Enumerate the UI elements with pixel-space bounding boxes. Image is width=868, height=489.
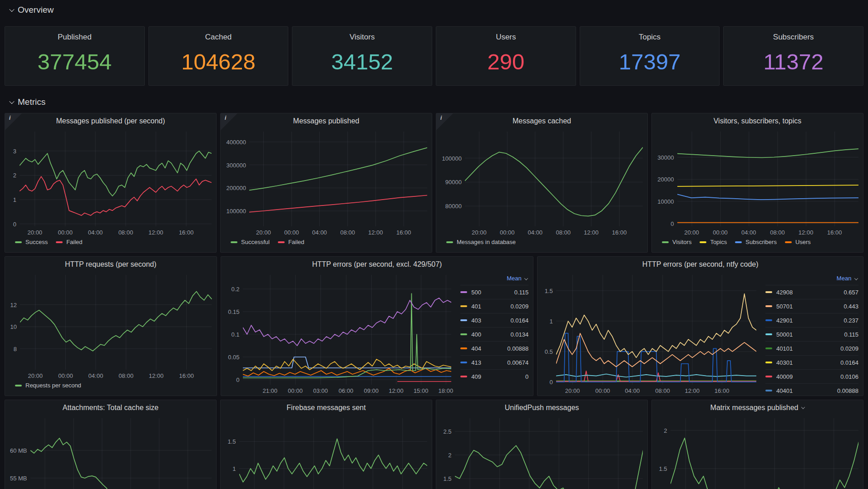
y-tick-label: 0 [550,378,553,385]
legend-series-name: 403 [471,317,481,324]
x-tick-label: 08:00 [556,229,571,236]
x-tick-label: 20:00 [472,229,487,236]
legend-label: Requests per second [25,382,81,389]
panel-title[interactable]: HTTP errors (per second, excl. 429/507) [221,257,533,272]
legend-row[interactable]: 404010.00888 [765,383,858,396]
plot-column: 20:0000:0004:0008:0012:0016:00 [20,275,212,381]
y-tick-label: 12 [10,301,17,308]
panel-title[interactable]: Messages published (per second) [5,113,216,129]
legend-row[interactable]: 403010.0164 [765,355,858,369]
legend-item[interactable]: Failed [278,239,304,245]
stat-panel-users: Users290 [436,26,576,86]
stat-value: 104628 [181,42,256,85]
x-tick-label: 00:00 [500,229,515,236]
legend-row[interactable]: 429010.237 [765,313,858,327]
y-tick-label: 20000 [657,176,674,183]
panel-title-text: HTTP requests (per second) [65,260,157,269]
panel-title-text: Visitors, subscribers, topics [714,117,802,125]
section-title-metrics: Metrics [18,97,45,107]
stat-title[interactable]: Subscribers [773,33,814,42]
y-axis: 0.511.5 [223,418,239,489]
legend-row[interactable]: 400090.0106 [765,369,858,383]
x-tick-label: 04:00 [88,229,103,236]
y-axis: 00.050.10.150.2 [224,275,243,385]
legend-row[interactable]: 4010.0209 [460,299,528,313]
y-tick-label: 0 [671,220,674,227]
legend-mean-header[interactable]: Mean [765,274,858,285]
stat-panel-cached: Cached104628 [148,26,289,86]
legend-item[interactable]: Successful [231,239,270,245]
y-tick-label: 1.5 [545,287,553,294]
legend-row[interactable]: 5000.115 [460,285,528,299]
chart-area: 55 MB60 MB [8,418,212,489]
panel-title[interactable]: Messages published [221,113,432,129]
section-header-overview[interactable]: Overview [5,3,863,17]
legend-row[interactable]: 401010.0209 [765,341,858,355]
legend-series-name: 40009 [776,373,793,380]
chart-mid: 800009000010000020:0000:0004:0008:0012:0… [436,129,647,252]
chevron-down-icon [9,99,14,104]
legend-mean-value: 0.0209 [840,345,858,352]
plot-column: 21:0000:0003:0006:0009:0012:0015:0018:00 [243,275,452,396]
x-tick-label: 00:00 [595,387,610,394]
y-axis: 11.522.5 [439,418,455,489]
legend-swatch [446,241,453,243]
legend-item[interactable]: Topics [700,239,727,245]
y-tick-label: 100000 [442,155,462,161]
legend-row[interactable]: 429080.657 [765,285,858,299]
plot-column [239,418,428,489]
plot-column: 20:0000:0004:0008:0012:0016:00 [465,132,643,237]
x-axis: 20:0000:0004:0008:0012:0016:00 [556,385,756,396]
panel-title[interactable]: Matrix messages published [652,400,863,416]
legend-item[interactable]: Users [785,239,811,245]
chart-svg [671,418,859,489]
legend-table: Mean 429080.657507010.443429010.23750001… [761,272,863,396]
panel-title[interactable]: HTTP requests (per second) [5,257,217,272]
y-tick-label: 0 [13,220,16,227]
legend-mean-header[interactable]: Mean [460,274,528,285]
legend-item[interactable]: Subscribers [735,239,777,245]
stat-title[interactable]: Visitors [350,33,375,42]
legend-row[interactable]: 507010.443 [765,299,858,313]
legend-row[interactable]: 4000.0134 [460,327,528,341]
panel-title[interactable]: Messages cached [436,113,647,129]
legend-item[interactable]: Success [15,239,48,245]
legend-row[interactable]: 4130.00674 [460,355,528,369]
stat-title[interactable]: Published [58,33,92,42]
x-tick-label: 06:00 [339,387,354,394]
legend-item[interactable]: Failed [56,239,82,245]
panel-title[interactable]: Firebase messages sent [221,400,432,416]
legend-row[interactable]: 4030.0164 [460,313,528,327]
legend-mean-value: 0.0209 [511,303,529,310]
panel-title-text: Messages published (per second) [56,117,165,125]
legend-swatch [231,241,237,243]
panel-title[interactable]: Attachments: Total cache size [5,400,216,416]
panel-title[interactable]: HTTP errors (per second, ntfy code) [538,257,863,272]
legend-mean-value: 0.0164 [840,359,858,366]
legend-item[interactable]: Visitors [662,239,691,245]
legend-swatch [765,390,772,391]
panel-title[interactable]: UnifiedPush messages [436,400,647,416]
legend-item[interactable]: Requests per second [15,382,81,389]
x-tick-label: 12:00 [368,229,383,236]
series-visitors [677,149,859,157]
x-tick-label: 16:00 [612,229,627,236]
y-axis: 55 MB60 MB [8,418,30,489]
legend-row[interactable]: 4090 [460,369,528,383]
y-tick-label: 300000 [227,161,246,168]
stat-title[interactable]: Users [496,33,516,42]
info-icon[interactable]: i [436,113,453,130]
legend-item[interactable]: Messages in database [446,239,516,245]
info-icon[interactable]: i [221,113,237,130]
legend-row[interactable]: 4040.00888 [460,341,528,355]
stat-title[interactable]: Cached [205,33,232,42]
legend-swatch [700,241,706,243]
stats-row: Published377454Cached104628Visitors34152… [5,26,863,86]
section-header-metrics[interactable]: Metrics [5,95,863,109]
legend-row[interactable]: 500010.115 [765,327,858,341]
series-42901 [556,333,756,382]
stat-title[interactable]: Topics [639,33,661,42]
info-icon[interactable]: i [5,113,22,130]
panel-title[interactable]: Visitors, subscribers, topics [652,113,863,129]
legend-swatch [785,241,792,243]
